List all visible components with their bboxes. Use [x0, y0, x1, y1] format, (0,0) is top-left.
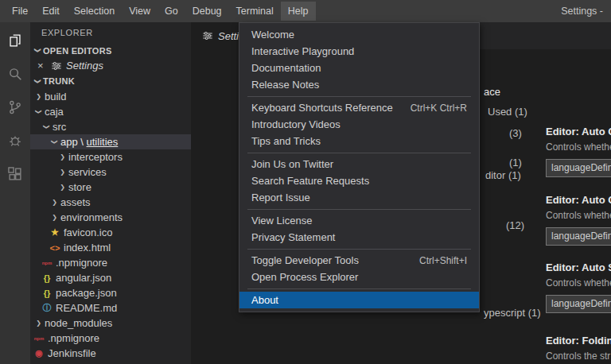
tree-item-assets[interactable]: ❯assets — [30, 195, 191, 210]
menu-file[interactable]: File — [5, 2, 35, 21]
menu-item-open-process-explorer[interactable]: Open Process Explorer — [239, 269, 479, 285]
close-icon[interactable]: × — [37, 60, 49, 72]
settings-toc-fragment[interactable]: ditor (1) — [485, 169, 521, 181]
settings-sliders-icon — [51, 60, 62, 72]
menu-item-label: Privacy Statement — [251, 231, 336, 243]
file-tree: ❯build❯caja❯src❯app \ utilities❯intercep… — [30, 89, 191, 361]
tree-item-favicon-ico[interactable]: ★favicon.ico — [30, 225, 191, 240]
tree-item-build[interactable]: ❯build — [30, 89, 191, 104]
menu-selection[interactable]: Selection — [67, 2, 122, 21]
tree-item-package-json[interactable]: {}package.json — [30, 285, 191, 300]
menu-item-label: View License — [251, 215, 312, 227]
settings-toc-fragment[interactable]: (1) — [509, 157, 522, 168]
chevron-right-icon[interactable]: ❯ — [49, 214, 60, 221]
explorer-icon[interactable] — [5, 30, 25, 51]
menu-item-interactive-playground[interactable]: Interactive Playground — [239, 43, 479, 60]
setting-value-dropdown[interactable]: languageDefin — [546, 295, 611, 313]
tree-item-interceptors[interactable]: ❯interceptors — [30, 149, 191, 165]
menu-item-release-notes[interactable]: Release Notes — [239, 76, 479, 93]
menu-item-label: Documentation — [251, 62, 321, 74]
chevron-right-icon[interactable]: ❯ — [33, 319, 44, 327]
menu-item-label: Release Notes — [251, 79, 319, 91]
chevron-down-icon[interactable]: ❯ — [43, 122, 50, 132]
settings-toc-fragment[interactable]: Used (1) — [488, 106, 527, 118]
tree-item-npmignore[interactable]: npm.npmignore — [30, 331, 191, 346]
menu-item-label: Keyboard Shortcuts Reference — [251, 102, 393, 114]
menu-item-search-feature-requests[interactable]: Search Feature Requests — [239, 172, 479, 189]
menu-item-shortcut: Ctrl+Shift+I — [419, 255, 467, 266]
tree-item-readme-md[interactable]: ⓘREADME.md — [30, 300, 191, 316]
sidebar-title: EXPLORER — [30, 22, 191, 43]
menu-go[interactable]: Go — [158, 2, 185, 21]
chevron-right-icon[interactable]: ❯ — [33, 93, 44, 100]
menu-item-introductory-videos[interactable]: Introductory Videos — [239, 116, 479, 133]
tree-item-label: interceptors — [68, 151, 123, 163]
menu-item-label: Introductory Videos — [251, 118, 341, 130]
menu-item-about[interactable]: About — [239, 292, 479, 308]
menu-item-toggle-developer-tools[interactable]: Toggle Developer ToolsCtrl+Shift+I — [239, 252, 479, 269]
menu-item-join-us-on-twitter[interactable]: Join Us on Twitter — [239, 156, 479, 172]
debug-icon[interactable] — [5, 130, 25, 151]
tree-item-services[interactable]: ❯services — [30, 165, 191, 180]
menu-help[interactable]: Help — [281, 2, 316, 21]
open-editors-header[interactable]: ❯ OPEN EDITORS — [30, 43, 191, 58]
open-editor-item-settings[interactable]: × Settings — [30, 58, 191, 73]
setting-row: Editor: Auto CloControls whethelanguageD… — [546, 194, 611, 246]
menu-terminal[interactable]: Terminal — [229, 2, 281, 21]
tree-item-store[interactable]: ❯store — [30, 180, 191, 195]
file-icon-info: ⓘ — [41, 302, 53, 314]
menu-item-tips-and-tricks[interactable]: Tips and Tricks — [239, 133, 479, 149]
menu-edit[interactable]: Edit — [35, 2, 67, 21]
tree-item-label: store — [68, 181, 91, 193]
menu-debug[interactable]: Debug — [185, 2, 229, 21]
tree-item-label: angular.json — [55, 272, 111, 284]
chevron-right-icon[interactable]: ❯ — [57, 168, 68, 176]
setting-value-dropdown[interactable]: languageDefin — [546, 159, 611, 177]
tree-item-label: services — [68, 166, 107, 178]
tree-item-label: package.json — [55, 287, 117, 299]
folder-section-header[interactable]: ❯ TRUNK — [30, 73, 191, 89]
chevron-down-icon: ❯ — [34, 45, 41, 56]
menu-item-welcome[interactable]: Welcome — [239, 26, 479, 43]
tree-item-label: src — [52, 121, 66, 133]
tree-item-jenkinsfile[interactable]: ◉Jenkinsfile — [30, 346, 191, 361]
setting-row: Editor: Auto SuControls whethelanguageDe… — [546, 261, 611, 313]
help-menu: WelcomeInteractive PlaygroundDocumentati… — [239, 22, 480, 312]
settings-toc-fragment[interactable]: ypescript (1) — [484, 307, 541, 319]
tree-item-environments[interactable]: ❯environments — [30, 210, 191, 225]
menu-item-documentation[interactable]: Documentation — [239, 60, 479, 76]
menu-view[interactable]: View — [122, 2, 158, 21]
file-icon-json: {} — [41, 288, 53, 298]
chevron-right-icon[interactable]: ❯ — [57, 153, 68, 161]
explorer-sidebar: EXPLORER ❯ OPEN EDITORS × Settings ❯ TRU… — [30, 22, 191, 364]
menu-item-view-license[interactable]: View License — [239, 212, 479, 229]
extensions-icon[interactable] — [5, 164, 25, 184]
chevron-down-icon[interactable]: ❯ — [51, 137, 58, 147]
search-icon[interactable] — [5, 64, 25, 84]
setting-description: Controls the str — [546, 350, 611, 362]
tree-item-index-html[interactable]: <>index.html — [30, 240, 191, 255]
tree-item-node-modules[interactable]: ❯node_modules — [30, 316, 191, 331]
chevron-right-icon[interactable]: ❯ — [49, 199, 60, 206]
menu-item-report-issue[interactable]: Report Issue — [239, 189, 479, 206]
settings-toc-fragment[interactable]: (3) — [509, 127, 522, 139]
tree-item-npmignore[interactable]: npm.npmignore — [30, 255, 191, 270]
menu-item-keyboard-shortcuts-reference[interactable]: Keyboard Shortcuts ReferenceCtrl+K Ctrl+… — [239, 99, 479, 116]
chevron-right-icon[interactable]: ❯ — [57, 184, 68, 191]
tree-item-angular-json[interactable]: {}angular.json — [30, 270, 191, 285]
source-control-icon[interactable] — [5, 97, 25, 118]
settings-toc-fragment[interactable]: ace — [484, 86, 500, 98]
settings-toc-fragment[interactable]: (12) — [506, 219, 524, 231]
chevron-down-icon: ❯ — [34, 76, 41, 87]
tree-item-caja[interactable]: ❯caja — [30, 104, 191, 119]
setting-title: Editor: Folding — [546, 335, 611, 347]
menu-separator — [247, 249, 471, 250]
tree-item-label: assets — [60, 196, 91, 208]
menu-item-privacy-statement[interactable]: Privacy Statement — [239, 229, 479, 246]
chevron-down-icon[interactable]: ❯ — [35, 106, 42, 117]
tree-item-label: README.md — [55, 302, 117, 314]
setting-value-dropdown[interactable]: languageDefin — [546, 227, 611, 246]
tree-item-src[interactable]: ❯src — [30, 119, 191, 134]
setting-title: Editor: Auto Clo — [546, 194, 611, 206]
tree-item-app-utilities[interactable]: ❯app \ utilities — [30, 134, 191, 149]
